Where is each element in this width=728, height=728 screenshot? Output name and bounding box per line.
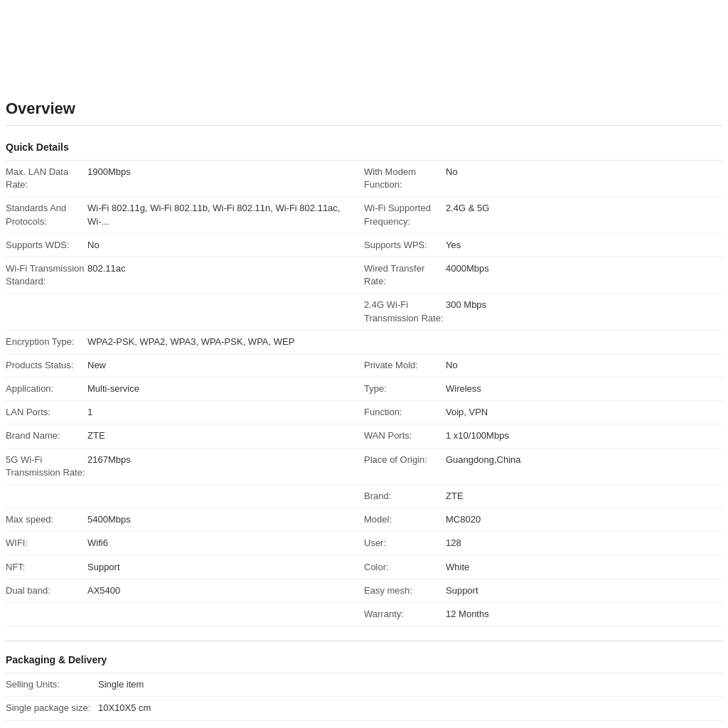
detail-label: Max. LAN Data Rate: bbox=[6, 166, 87, 191]
detail-label: Private Mold: bbox=[364, 359, 446, 372]
detail-label: 5G Wi-Fi Transmission Rate: bbox=[6, 454, 87, 479]
detail-label: Application: bbox=[6, 382, 87, 395]
detail-value: New bbox=[87, 359, 358, 372]
detail-value: 1900Mbps bbox=[87, 166, 358, 178]
detail-cell-right: Warranty:12 Months bbox=[364, 603, 722, 626]
detail-value: 1 bbox=[87, 406, 358, 419]
detail-value: Multi-service bbox=[87, 382, 358, 395]
detail-label: WAN Ports: bbox=[364, 429, 446, 442]
detail-value: 2167Mbps bbox=[87, 454, 358, 466]
detail-cell-left: LAN Ports:1 bbox=[6, 401, 364, 424]
detail-label: Warranty: bbox=[364, 608, 446, 621]
packaging-label: Single gross weight: bbox=[6, 726, 98, 729]
detail-value: AX5400 bbox=[87, 584, 358, 597]
detail-value: 300 Mbps bbox=[446, 299, 717, 311]
detail-label: With Modem Function: bbox=[364, 166, 446, 191]
detail-cell-left bbox=[6, 603, 364, 626]
detail-value: Voip, VPN bbox=[446, 406, 717, 419]
quick-details-title: Quick Details bbox=[6, 134, 722, 153]
detail-label: Supports WDS: bbox=[6, 239, 87, 252]
detail-cell-right: 2.4G Wi-Fi Transmission Rate:300 Mbps bbox=[364, 294, 722, 330]
detail-value: ZTE bbox=[446, 490, 717, 503]
detail-value: 4000Mbps bbox=[446, 262, 717, 275]
quick-details-section: Quick Details Max. LAN Data Rate:1900Mbp… bbox=[6, 134, 722, 626]
detail-cell-right: User:128 bbox=[364, 532, 722, 555]
quick-details-grid: Max. LAN Data Rate:1900MbpsWith Modem Fu… bbox=[6, 160, 722, 626]
detail-cell-right bbox=[364, 331, 722, 354]
detail-cell-left: Brand Name:ZTE bbox=[6, 424, 364, 448]
detail-cell-right: Model:MC8020 bbox=[364, 508, 722, 532]
detail-value: 2.4G & 5G bbox=[446, 202, 717, 215]
detail-cell-left: NFT:Support bbox=[6, 556, 364, 579]
detail-cell-left: Dual band:AX5400 bbox=[6, 579, 364, 603]
detail-cell-right: Function:Voip, VPN bbox=[364, 401, 722, 424]
detail-cell-left: Wi-Fi Transmission Standard:802.11ac bbox=[6, 257, 364, 294]
detail-label: Brand: bbox=[364, 490, 446, 503]
detail-value: 12 Months bbox=[446, 608, 717, 621]
detail-cell-right: Brand:ZTE bbox=[364, 485, 722, 508]
detail-cell-right: With Modem Function:No bbox=[364, 161, 722, 197]
detail-cell-right: Wi-Fi Supported Frequency:2.4G & 5G bbox=[364, 197, 722, 233]
detail-label: Wired Transfer Rate: bbox=[364, 262, 446, 288]
detail-label: Wi-Fi Transmission Standard: bbox=[6, 262, 87, 288]
detail-value: Wireless bbox=[446, 382, 717, 395]
packaging-grid: Selling Units:Single itemSingle package … bbox=[6, 673, 722, 728]
detail-cell-right: Wired Transfer Rate:4000Mbps bbox=[364, 257, 722, 294]
packaging-row: Single gross weight:2.000 kg bbox=[6, 721, 722, 729]
detail-label: User: bbox=[364, 537, 446, 550]
detail-cell-right: Supports WPS:Yes bbox=[364, 234, 722, 257]
packaging-row: Single package size:10X10X5 cm bbox=[6, 697, 722, 720]
page-title: Overview bbox=[6, 100, 722, 126]
detail-cell-left: Application:Multi-service bbox=[6, 378, 364, 401]
detail-value: White bbox=[446, 561, 717, 574]
packaging-label: Single package size: bbox=[6, 702, 98, 714]
detail-value: 1 x10/100Mbps bbox=[446, 429, 717, 442]
detail-cell-right: WAN Ports:1 x10/100Mbps bbox=[364, 424, 722, 448]
detail-cell-left: Standards And Protocols:Wi-Fi 802.11g, W… bbox=[6, 197, 364, 233]
detail-label: Standards And Protocols: bbox=[6, 202, 87, 228]
detail-cell-right: Type:Wireless bbox=[364, 378, 722, 401]
detail-value: Wifi6 bbox=[87, 537, 358, 550]
detail-label: Max speed: bbox=[6, 513, 87, 526]
detail-label: Model: bbox=[364, 513, 446, 526]
section-divider bbox=[6, 641, 722, 641]
detail-label: NFT: bbox=[6, 561, 87, 574]
packaging-row: Selling Units:Single item bbox=[6, 673, 722, 697]
detail-label: Type: bbox=[364, 382, 446, 395]
detail-label: LAN Ports: bbox=[6, 406, 87, 419]
detail-value: MC8020 bbox=[446, 513, 717, 526]
detail-value: No bbox=[446, 166, 717, 178]
detail-cell-right: Easy mesh:Support bbox=[364, 579, 722, 603]
detail-cell-left: Supports WDS:No bbox=[6, 234, 364, 257]
packaging-section: Packaging & Delivery Selling Units:Singl… bbox=[6, 647, 722, 728]
detail-value: 128 bbox=[446, 537, 717, 550]
detail-label: Dual band: bbox=[6, 584, 87, 597]
detail-label: Easy mesh: bbox=[364, 584, 446, 597]
detail-label: Encryption Type: bbox=[6, 336, 87, 348]
detail-cell-right: Private Mold:No bbox=[364, 354, 722, 378]
detail-cell-left: Max. LAN Data Rate:1900Mbps bbox=[6, 161, 364, 197]
detail-value: WPA2-PSK, WPA2, WPA3, WPA-PSK, WPA, WEP bbox=[87, 336, 358, 348]
detail-value: ZTE bbox=[87, 429, 358, 442]
detail-label: Products Status: bbox=[6, 359, 87, 372]
detail-value: Guangdong,China bbox=[446, 454, 717, 466]
packaging-value: Single item bbox=[98, 678, 144, 691]
detail-value: Wi-Fi 802.11g, Wi-Fi 802.11b, Wi-Fi 802.… bbox=[87, 202, 358, 228]
detail-value: No bbox=[87, 239, 358, 252]
detail-value: 5400Mbps bbox=[87, 513, 358, 526]
detail-cell-left bbox=[6, 294, 364, 330]
detail-label: WIFI: bbox=[6, 537, 87, 550]
detail-cell-left: Products Status:New bbox=[6, 354, 364, 378]
detail-cell-right: Place of Origin:Guangdong,China bbox=[364, 449, 722, 485]
detail-label: Function: bbox=[364, 406, 446, 419]
detail-label: Brand Name: bbox=[6, 429, 87, 442]
detail-cell-left: WIFI:Wifi6 bbox=[6, 532, 364, 555]
detail-value: Support bbox=[87, 561, 358, 574]
packaging-label: Selling Units: bbox=[6, 678, 98, 691]
packaging-value: 2.000 kg bbox=[98, 726, 134, 729]
detail-cell-left: Encryption Type:WPA2-PSK, WPA2, WPA3, WP… bbox=[6, 331, 364, 354]
detail-cell-left: 5G Wi-Fi Transmission Rate:2167Mbps bbox=[6, 449, 364, 485]
detail-cell-right: Color:White bbox=[364, 556, 722, 579]
detail-cell-left: Max speed:5400Mbps bbox=[6, 508, 364, 532]
detail-label: Color: bbox=[364, 561, 446, 574]
